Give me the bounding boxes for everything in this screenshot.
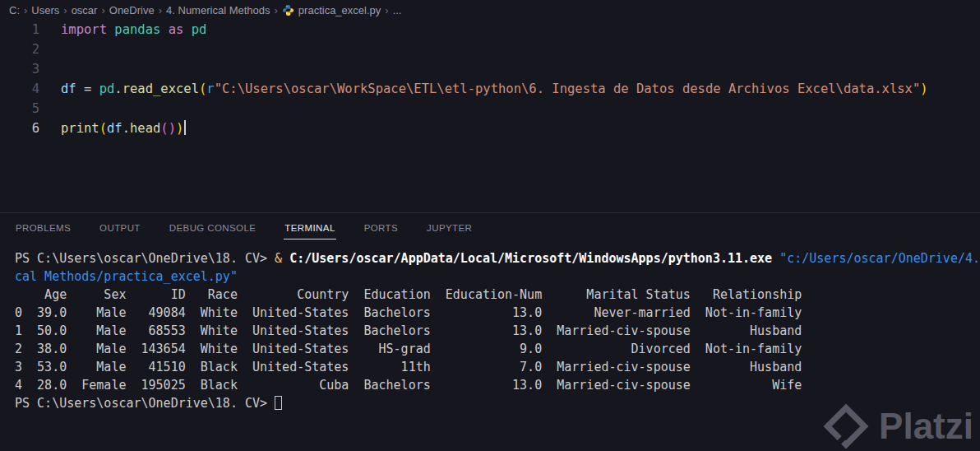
panel-tab-problems[interactable]: PROBLEMS — [15, 216, 72, 239]
breadcrumb-item-label: oscar — [72, 4, 98, 16]
code-token — [183, 22, 191, 37]
code-line: 1import pandas as pd — [0, 20, 980, 40]
line-number: 2 — [0, 40, 39, 59]
breadcrumb-item-label: Users — [31, 4, 59, 16]
terminal-line: PS C:\Users\oscar\OneDrive\18. CV> & C:/… — [15, 249, 980, 267]
breadcrumb-item-label: OneDrive — [109, 4, 155, 16]
terminal-line: 1 50.0 Male 68553 White United-States Ba… — [15, 322, 980, 340]
breadcrumb-item-label: ... — [393, 4, 402, 16]
terminal-line: PS C:\Users\oscar\OneDrive\18. CV> — [15, 394, 980, 412]
code-token: pd — [192, 22, 207, 37]
editor-cursor — [184, 120, 186, 135]
terminal-text-segment: cal Methods/practica_excel.py" — [15, 269, 238, 284]
code-token: import — [61, 22, 107, 37]
terminal-line: 2 38.0 Male 143654 White United-States H… — [15, 340, 980, 358]
code-token: read_excel — [122, 81, 199, 96]
terminal-text-segment: "c:/Users/oscar/OneDrive/4. — [779, 251, 980, 266]
terminal-cursor — [275, 396, 282, 410]
code-token: ) — [176, 121, 183, 136]
code-line-content — [39, 40, 61, 59]
code-line: 2 — [0, 40, 980, 59]
breadcrumb-item-label: 4. Numerical Methods — [166, 4, 270, 16]
panel-tab-terminal[interactable]: TERMINAL — [284, 216, 335, 239]
breadcrumb-separator-icon: › — [381, 4, 391, 16]
code-token: as — [169, 22, 184, 37]
bottom-panel: PROBLEMSOUTPUTDEBUG CONSOLETERMINALPORTS… — [0, 212, 980, 412]
terminal-text-segment: Age Sex ID Race Country Education Educat… — [15, 287, 802, 302]
code-line: 3 — [0, 59, 980, 79]
code-token — [107, 22, 114, 37]
line-number: 1 — [0, 20, 39, 40]
code-line-content: df = pd.read_excel(r"C:\Users\oscar\Work… — [39, 79, 928, 99]
panel-tab-ports[interactable]: PORTS — [363, 216, 399, 239]
breadcrumb-item[interactable]: 4. Numerical Methods — [165, 4, 270, 16]
terminal-line: 3 53.0 Male 41510 Black United-States 11… — [15, 358, 980, 376]
breadcrumb-separator-icon: › — [155, 4, 165, 16]
breadcrumb-item[interactable]: C: — [8, 4, 21, 16]
panel-tab-output[interactable]: OUTPUT — [99, 216, 141, 239]
code-line: 6print(df.head()) — [0, 119, 980, 138]
terminal-line: 0 39.0 Male 49084 White United-States Ba… — [15, 304, 980, 322]
code-line-content — [39, 99, 61, 119]
code-token: pandas — [114, 22, 160, 37]
code-token: = — [76, 81, 99, 96]
code-token: df — [61, 81, 76, 96]
panel-tab-debug-console[interactable]: DEBUG CONSOLE — [169, 216, 257, 239]
breadcrumb-item[interactable]: ... — [392, 4, 403, 16]
terminal-text-segment: C:/Users/oscar/AppData/Local/Microsoft/W… — [289, 251, 772, 266]
code-token: r — [206, 81, 214, 96]
code-line: 4df = pd.read_excel(r"C:\Users\oscar\Wor… — [0, 79, 980, 99]
terminal-text-segment: 2 38.0 Male 143654 White United-States H… — [15, 342, 802, 356]
breadcrumb-item[interactable]: Users — [30, 4, 60, 16]
line-number: 4 — [0, 79, 39, 99]
python-icon — [282, 4, 294, 16]
breadcrumb-item-label: practica_excel.py — [298, 4, 381, 16]
code-token: . — [114, 81, 122, 96]
terminal-text-segment: & — [275, 251, 289, 266]
terminal-text-segment: 1 50.0 Male 68553 White United-States Ba… — [15, 323, 802, 338]
terminal-text-segment: 4 28.0 Female 195025 Black Cuba Bachelor… — [15, 378, 802, 393]
breadcrumb-item[interactable]: practica_excel.py — [281, 4, 381, 16]
code-token: ) — [920, 81, 927, 96]
code-token: head — [130, 121, 160, 136]
breadcrumb-item[interactable]: oscar — [71, 4, 99, 16]
terminal-line: Age Sex ID Race Country Education Educat… — [15, 286, 980, 304]
breadcrumb: C:›Users›oscar›OneDrive›4. Numerical Met… — [0, 0, 980, 20]
terminal-line: cal Methods/practica_excel.py" — [15, 267, 980, 286]
terminal-line: 4 28.0 Female 195025 Black Cuba Bachelor… — [15, 376, 980, 394]
code-token — [160, 22, 168, 37]
breadcrumb-item-label: C: — [9, 4, 20, 16]
terminal-output[interactable]: PS C:\Users\oscar\OneDrive\18. CV> & C:/… — [0, 241, 980, 412]
code-token: df — [107, 121, 122, 136]
line-number: 5 — [0, 99, 39, 119]
line-number: 3 — [0, 59, 39, 79]
code-line-content: import pandas as pd — [39, 20, 206, 40]
breadcrumb-item[interactable]: OneDrive — [109, 4, 155, 16]
line-number: 6 — [0, 119, 39, 138]
panel-tabs: PROBLEMSOUTPUTDEBUG CONSOLETERMINALPORTS… — [0, 213, 980, 241]
code-line: 5 — [0, 99, 980, 119]
terminal-text-segment: 3 53.0 Male 41510 Black United-States 11… — [15, 360, 802, 374]
breadcrumb-separator-icon: › — [21, 4, 30, 16]
code-token: pd — [99, 81, 115, 96]
terminal-text-segment: 0 39.0 Male 49084 White United-States Ba… — [15, 305, 802, 320]
terminal-text-segment: PS C:\Users\oscar\OneDrive\18. CV> — [15, 396, 275, 411]
breadcrumb-separator-icon: › — [98, 4, 108, 16]
breadcrumb-separator-icon: › — [60, 4, 70, 16]
code-line-content — [39, 59, 61, 79]
breadcrumb-separator-icon: › — [271, 4, 281, 16]
editor-code[interactable]: 1import pandas as pd234df = pd.read_exce… — [0, 20, 980, 212]
code-line-content: print(df.head()) — [39, 119, 186, 138]
terminal-text-segment: PS C:\Users\oscar\OneDrive\18. CV> — [15, 251, 275, 266]
code-token: ( — [199, 81, 206, 96]
terminal-text-segment — [772, 251, 779, 266]
code-token: . — [122, 121, 130, 136]
code-token: ( — [99, 121, 107, 136]
code-token: "C:\Users\oscar\WorkSpace\ETL\etl-python… — [215, 81, 921, 96]
code-token: () — [160, 121, 176, 136]
panel-tab-jupyter[interactable]: JUPYTER — [426, 216, 473, 239]
code-token: print — [61, 121, 99, 136]
